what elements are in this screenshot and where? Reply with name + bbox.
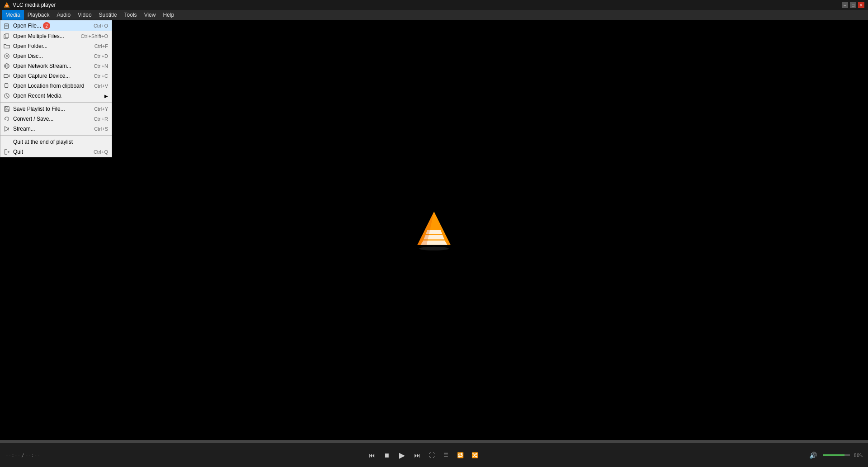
controls-left: --:-- / --:-- — [5, 453, 40, 458]
stream-icon — [3, 125, 10, 132]
menu-open-location[interactable]: Open Location from clipboard Ctrl+V — [0, 81, 112, 91]
menu-save-playlist[interactable]: Save Playlist to File... Ctrl+Y — [0, 104, 112, 114]
svg-rect-3 — [6, 6, 8, 6]
quit-shortcut: Ctrl+Q — [94, 149, 108, 155]
open-capture-icon — [3, 72, 10, 80]
open-file-badge: 2 — [43, 22, 50, 29]
media-dropdown: Open File... 2 Ctrl+O Open Multiple File… — [0, 20, 112, 157]
open-capture-shortcut: Ctrl+C — [94, 73, 108, 79]
menu-item-tools[interactable]: Tools — [121, 10, 141, 20]
open-file-icon — [3, 22, 10, 29]
menu-open-recent[interactable]: Open Recent Media ▶ — [0, 91, 112, 101]
stream-shortcut: Ctrl+S — [94, 126, 108, 132]
open-folder-shortcut: Ctrl+F — [94, 43, 108, 49]
open-multiple-label: Open Multiple Files... — [13, 33, 64, 39]
menu-open-disc[interactable]: Open Disc... Ctrl+D — [0, 51, 112, 61]
titlebar-controls: – □ × — [842, 2, 864, 8]
open-multiple-icon — [3, 33, 10, 40]
volume-percent: 80% — [854, 453, 863, 458]
svg-point-10 — [6, 55, 8, 57]
play-button[interactable]: ▶ — [395, 448, 409, 462]
time-separator: / — [21, 453, 24, 458]
open-location-label: Open Location from clipboard — [13, 83, 84, 89]
open-network-shortcut: Ctrl+N — [94, 63, 108, 69]
progress-bar[interactable] — [0, 440, 868, 443]
titlebar: VLC media player – □ × — [0, 0, 868, 10]
open-recent-arrow: ▶ — [104, 94, 108, 99]
open-disc-shortcut: Ctrl+D — [94, 53, 108, 59]
save-playlist-icon — [3, 105, 10, 113]
volume-slider-container — [823, 454, 850, 456]
menu-quit[interactable]: Quit Ctrl+Q — [0, 147, 112, 157]
open-recent-icon — [3, 92, 10, 99]
menu-item-view[interactable]: View — [141, 10, 160, 20]
titlebar-left: VLC media player — [4, 2, 56, 8]
loop-button[interactable]: 🔁 — [454, 449, 467, 462]
close-button[interactable]: × — [858, 2, 864, 8]
titlebar-title: VLC media player — [13, 2, 56, 8]
open-network-icon — [3, 62, 10, 70]
stop-button[interactable]: ⏹ — [380, 449, 393, 462]
open-location-icon — [3, 82, 10, 90]
open-disc-label: Open Disc... — [13, 53, 43, 59]
menu-open-folder[interactable]: Open Folder... Ctrl+F — [0, 41, 112, 51]
volume-slider[interactable] — [823, 454, 850, 456]
quit-end-label: Quit at the end of playlist — [13, 139, 73, 145]
menu-open-capture[interactable]: Open Capture Device... Ctrl+C — [0, 71, 112, 81]
svg-point-9 — [5, 54, 9, 59]
separator-2 — [0, 135, 112, 136]
menu-convert[interactable]: Convert / Save... Ctrl+R — [0, 114, 112, 124]
open-location-shortcut: Ctrl+V — [94, 83, 108, 89]
maximize-button[interactable]: □ — [850, 2, 856, 8]
save-playlist-shortcut: Ctrl+Y — [94, 106, 108, 112]
quit-end-icon — [3, 138, 10, 146]
mute-button[interactable]: 🔊 — [807, 449, 819, 462]
convert-label: Convert / Save... — [13, 116, 53, 122]
prev-button[interactable]: ⏮ — [366, 449, 378, 462]
open-folder-icon — [3, 42, 10, 50]
svg-marker-22 — [5, 127, 9, 132]
svg-rect-8 — [5, 34, 9, 38]
open-disc-icon — [3, 52, 10, 60]
open-network-label: Open Network Stream... — [13, 63, 71, 69]
controls-right: 🔊 80% — [807, 449, 863, 462]
controls-center: ⏮ ⏹ ▶ ⏭ ⛶ ☰ 🔁 🔀 — [366, 448, 481, 462]
menu-open-multiple[interactable]: Open Multiple Files... Ctrl+Shift+O — [0, 31, 112, 41]
shuffle-button[interactable]: 🔀 — [469, 449, 481, 462]
main-video-area — [0, 20, 868, 440]
svg-point-24 — [419, 246, 448, 250]
fullscreen-button[interactable]: ⛶ — [425, 449, 438, 462]
playlist-button[interactable]: ☰ — [440, 449, 453, 462]
open-capture-label: Open Capture Device... — [13, 73, 70, 79]
save-playlist-label: Save Playlist to File... — [13, 106, 65, 112]
menu-item-subtitle[interactable]: Subtitle — [95, 10, 121, 20]
menu-item-media[interactable]: Media — [2, 10, 24, 20]
menu-item-help[interactable]: Help — [159, 10, 178, 20]
convert-icon — [3, 115, 10, 123]
open-file-label: Open File... — [13, 23, 41, 29]
menu-item-audio[interactable]: Audio — [53, 10, 74, 20]
controls-bottom: --:-- / --:-- ⏮ ⏹ ▶ ⏭ ⛶ ☰ 🔁 🔀 🔊 80% — [0, 443, 868, 467]
open-folder-label: Open Folder... — [13, 43, 47, 49]
convert-shortcut: Ctrl+R — [94, 116, 108, 122]
open-recent-label: Open Recent Media — [13, 93, 61, 99]
volume-fill — [823, 454, 844, 456]
quit-label: Quit — [13, 149, 23, 155]
svg-rect-2 — [5, 5, 8, 6]
menu-open-file[interactable]: Open File... 2 Ctrl+O — [0, 20, 112, 31]
vlc-title-icon — [4, 2, 10, 8]
controls-bar: --:-- / --:-- ⏮ ⏹ ▶ ⏭ ⛶ ☰ 🔁 🔀 🔊 80% — [0, 440, 868, 467]
minimize-button[interactable]: – — [842, 2, 848, 8]
svg-rect-14 — [4, 75, 8, 78]
time-current: --:-- — [5, 453, 20, 458]
svg-rect-21 — [5, 109, 9, 111]
next-button[interactable]: ⏭ — [411, 449, 424, 462]
menu-quit-end[interactable]: Quit at the end of playlist — [0, 137, 112, 147]
open-multiple-shortcut: Ctrl+Shift+O — [80, 33, 108, 39]
menu-item-video[interactable]: Video — [74, 10, 95, 20]
menu-open-network[interactable]: Open Network Stream... Ctrl+N — [0, 61, 112, 71]
separator-1 — [0, 102, 112, 103]
open-file-shortcut: Ctrl+O — [94, 23, 108, 28]
menu-stream[interactable]: Stream... Ctrl+S — [0, 124, 112, 134]
menu-item-playback[interactable]: Playback — [24, 10, 53, 20]
